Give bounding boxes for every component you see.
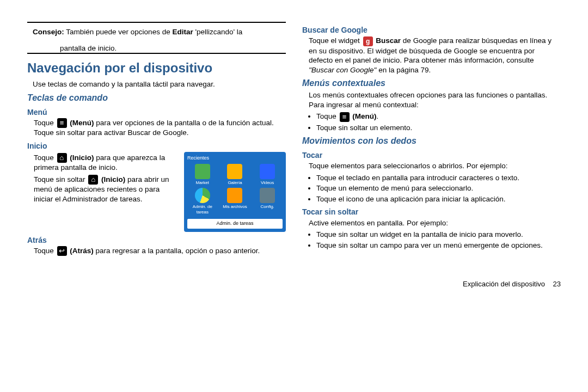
bullet-item: Toque sin soltar un widget en la pantall… xyxy=(316,230,561,240)
heading-inicio: Inicio xyxy=(27,141,286,151)
subsection-context: Menús contextuales xyxy=(302,78,561,89)
home-icon: ⌂ xyxy=(88,175,98,185)
app-videos: Videos xyxy=(252,164,283,186)
google-icon: g xyxy=(363,36,373,46)
context-intro: Los menús contextuales ofrecen opciones … xyxy=(309,90,561,109)
app-admin: Admin. de tareas xyxy=(187,188,218,216)
app-galeria: Galería xyxy=(220,164,250,186)
bullet-item: Toque un elemento de menú para seleccion… xyxy=(316,183,561,193)
widget-button: Admin. de tareas xyxy=(187,219,283,229)
section-title: Navegación por el dispositivo xyxy=(27,59,286,76)
menu-icon: ≡ xyxy=(340,112,350,122)
bullet-item: Toque ≡ (Menú). xyxy=(316,112,561,121)
heading-atras: Atrás xyxy=(27,235,286,245)
tip-text: Consejo: También puede ver opciones de E… xyxy=(27,27,286,37)
menu-icon: ≡ xyxy=(57,118,67,128)
heading-google: Buscar de Google xyxy=(302,25,561,35)
tocar-intro: Toque elementos para seleccionarlos o ab… xyxy=(309,161,561,171)
app-archivos: Mis archivos xyxy=(220,188,250,216)
home-icon: ⌂ xyxy=(57,153,67,163)
heading-menu: Menú xyxy=(27,107,286,117)
subsection-movimientos: Movimientos con los dedos xyxy=(302,136,561,147)
tip-text-line2: pantalla de inicio. xyxy=(27,44,286,53)
bullet-item: Toque sin soltar un elemento. xyxy=(316,123,561,133)
context-bullets: Toque ≡ (Menú). Toque sin soltar un elem… xyxy=(309,112,561,132)
tocar-bullets: Toque el teclado en pantalla para introd… xyxy=(309,173,561,204)
back-icon: ↩ xyxy=(57,246,67,256)
hold-intro: Active elementos en pantalla. Por ejempl… xyxy=(309,218,561,228)
intro-text: Use teclas de comando y la pantalla táct… xyxy=(33,79,286,89)
app-config: Config. xyxy=(252,188,283,216)
recent-apps-widget: Recientes Market Galería Videos Admin. d… xyxy=(184,152,286,232)
app-market: Market xyxy=(187,164,218,186)
bullet-item: Toque el teclado en pantalla para introd… xyxy=(316,173,561,183)
google-paragraph: Toque el widget g Buscar de Google para … xyxy=(309,36,561,75)
page-footer: Explicación del dispositivo 23 xyxy=(27,280,561,289)
horizontal-rule xyxy=(27,22,286,23)
widget-title: Recientes xyxy=(187,155,283,162)
heading-tocar: Tocar xyxy=(302,150,561,160)
bullet-item: Toque sin soltar un campo para ver un me… xyxy=(316,241,561,250)
atras-paragraph: Toque ↩ (Atrás) para regresar a la panta… xyxy=(34,246,286,256)
heading-tocarsinsoltar: Tocar sin soltar xyxy=(302,207,561,217)
horizontal-rule xyxy=(27,53,286,54)
subsection-teclas: Teclas de comando xyxy=(27,93,286,104)
menu-paragraph: Toque ≡ (Menú) para ver opciones de la p… xyxy=(34,118,286,138)
hold-bullets: Toque sin soltar un widget en la pantall… xyxy=(309,230,561,250)
bullet-item: Toque el icono de una aplicación para in… xyxy=(316,194,561,204)
